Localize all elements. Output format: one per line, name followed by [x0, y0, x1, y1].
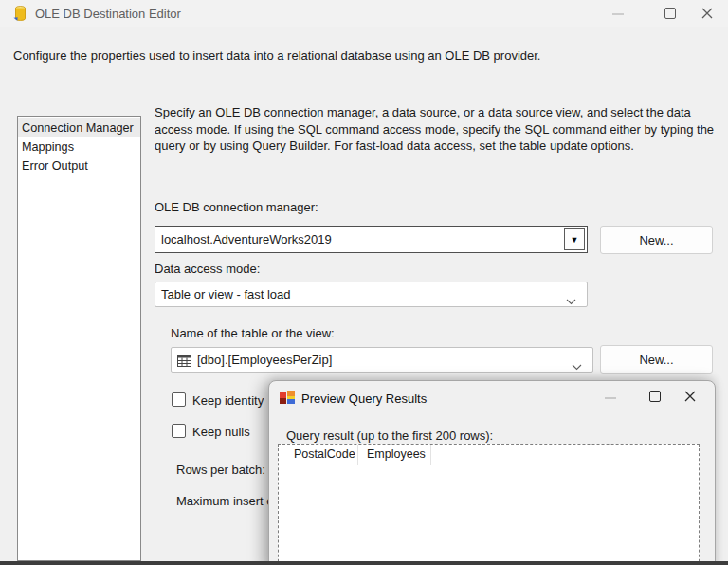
dialog-description: Configure the properties used to insert …	[13, 48, 540, 63]
table-name-combobox[interactable]: [dbo].[EmployeesPerZip]	[171, 347, 593, 373]
preview-query-results-dialog[interactable]: Preview Query Results Query result (up t…	[268, 380, 716, 565]
new-connection-button[interactable]: New...	[600, 226, 713, 254]
query-results-listview[interactable]: PostalCode Employees	[278, 444, 700, 565]
keep-nulls-checkbox[interactable]	[172, 424, 186, 438]
close-icon[interactable]	[701, 7, 714, 24]
maximize-button[interactable]	[664, 8, 676, 19]
table-name-value: [dbo].[EmployeesPerZip]	[197, 348, 332, 372]
table-grid-icon	[177, 354, 191, 371]
nav-item-error-output[interactable]: Error Output	[18, 156, 140, 175]
preview-dialog-title: Preview Query Results	[301, 392, 427, 406]
winforms-app-icon	[280, 391, 296, 409]
nav-item-mappings[interactable]: Mappings	[18, 137, 140, 156]
keep-nulls-label: Keep nulls	[192, 425, 250, 439]
connection-manager-combobox[interactable]: localhost.AdventureWorks2019 ▼	[155, 226, 588, 253]
preview-minimize-button[interactable]	[605, 397, 616, 399]
keep-identity-checkbox[interactable]	[172, 392, 186, 407]
keep-identity-label: Keep identity	[192, 393, 264, 408]
new-table-button[interactable]: New...	[600, 345, 713, 374]
max-insert-commit-label: Maximum insert c	[176, 494, 273, 508]
column-separator	[357, 445, 358, 465]
data-access-mode-combobox[interactable]: Table or view - fast load	[155, 282, 588, 307]
dropdown-arrow-icon[interactable]: ▼	[564, 228, 585, 250]
table-name-label: Name of the table or the view:	[171, 326, 335, 340]
database-destination-icon	[12, 5, 30, 27]
preview-close-icon[interactable]	[683, 390, 697, 407]
column-header-postalcode[interactable]: PostalCode	[294, 447, 355, 461]
query-result-label: Query result (up to the first 200 rows):	[286, 428, 493, 443]
chevron-down-icon	[566, 292, 576, 309]
listview-header-row: PostalCode Employees	[279, 445, 699, 465]
minimize-button[interactable]	[612, 13, 624, 15]
window-title: OLE DB Destination Editor	[35, 7, 181, 21]
preview-maximize-button[interactable]	[649, 391, 661, 402]
chevron-down-icon	[572, 357, 582, 374]
data-access-mode-label: Data access mode:	[155, 262, 260, 276]
rows-per-batch-label: Rows per batch:	[176, 463, 265, 477]
data-access-mode-value: Table or view - fast load	[161, 282, 291, 306]
connection-manager-label: OLE DB connection manager:	[155, 200, 318, 214]
nav-item-connection-manager[interactable]: Connection Manager	[18, 118, 140, 137]
column-separator	[430, 445, 431, 465]
connection-manager-value: localhost.AdventureWorks2019	[161, 227, 332, 252]
pages-listbox[interactable]: Connection Manager Mappings Error Output	[17, 116, 141, 561]
panel-intro-text: Specify an OLE DB connection manager, a …	[155, 104, 720, 155]
background-window-edge	[0, 561, 728, 565]
column-header-employees[interactable]: Employees	[367, 447, 426, 461]
